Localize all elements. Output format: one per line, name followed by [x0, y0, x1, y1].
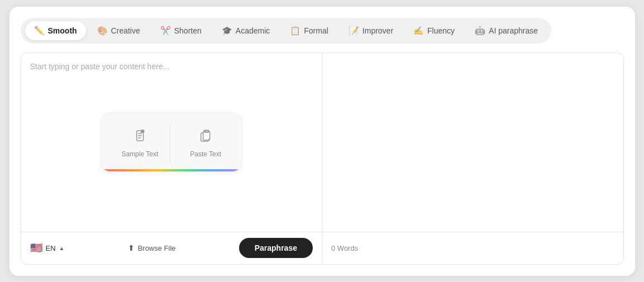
improver-icon: 📝	[349, 26, 359, 36]
tab-academic[interactable]: 🎓 Academic	[213, 21, 279, 40]
tab-improver-label: Improver	[362, 26, 393, 35]
tab-smooth-label: Smooth	[48, 26, 77, 35]
chevron-up-icon: ▲	[59, 245, 65, 251]
browse-file-button[interactable]: ⬆ Browse File	[128, 243, 176, 252]
language-label: EN	[46, 244, 56, 252]
paste-text-button[interactable]: Paste Text	[179, 125, 228, 162]
language-selector[interactable]: 🇺🇸 EN ▲	[30, 242, 65, 254]
formal-icon: 📋	[290, 26, 300, 36]
sample-text-icon: +	[133, 129, 146, 146]
tab-shorten-label: Shorten	[174, 26, 202, 35]
academic-icon: 🎓	[222, 26, 232, 36]
bottom-bar-left: 🇺🇸 EN ▲ ⬆ Browse File Paraphrase	[21, 232, 322, 264]
paste-text-label: Paste Text	[190, 150, 221, 158]
sample-text-button[interactable]: + Sample Text	[115, 125, 170, 162]
fluency-icon: ✍️	[413, 26, 424, 36]
paraphrase-button[interactable]: Paraphrase	[239, 238, 313, 258]
tab-formal[interactable]: 📋 Formal	[281, 21, 337, 40]
tab-ai-paraphrase-label: AI paraphrase	[489, 26, 538, 35]
tab-fluency[interactable]: ✍️ Fluency	[404, 21, 464, 40]
right-panel: 0 Words	[322, 53, 623, 264]
paste-text-icon	[199, 129, 212, 146]
tab-ai-paraphrase[interactable]: 🤖 AI paraphrase	[466, 21, 547, 40]
action-card: + Sample Text Paste	[101, 113, 242, 172]
tab-fluency-label: Fluency	[427, 26, 455, 35]
tab-creative-label: Creative	[111, 26, 140, 35]
tab-smooth[interactable]: ✏️ Smooth	[25, 21, 86, 40]
tab-improver[interactable]: 📝 Improver	[340, 21, 402, 40]
main-area: Start typing or paste your content here.…	[21, 52, 624, 265]
smooth-icon: ✏️	[34, 26, 45, 36]
word-count: 0 Words	[331, 244, 358, 252]
upload-icon: ⬆	[128, 243, 135, 252]
bottom-bar-right: 0 Words	[322, 232, 623, 264]
tab-shorten[interactable]: ✂️ Shorten	[151, 21, 211, 40]
tab-formal-label: Formal	[304, 26, 328, 35]
tab-bar: ✏️ Smooth 🎨 Creative ✂️ Shorten 🎓 Academ…	[21, 18, 552, 44]
ai-paraphrase-icon: 🤖	[475, 26, 485, 36]
text-input-area[interactable]: Start typing or paste your content here.…	[21, 53, 322, 232]
left-panel: Start typing or paste your content here.…	[21, 53, 323, 264]
tab-academic-label: Academic	[236, 26, 270, 35]
tab-creative[interactable]: 🎨 Creative	[88, 21, 149, 40]
sample-text-label: Sample Text	[121, 150, 158, 158]
creative-icon: 🎨	[97, 26, 108, 36]
shorten-icon: ✂️	[160, 26, 171, 36]
app-container: ✏️ Smooth 🎨 Creative ✂️ Shorten 🎓 Academ…	[9, 7, 635, 276]
flag-icon: 🇺🇸	[30, 242, 42, 254]
output-area	[322, 53, 623, 232]
browse-file-label: Browse File	[138, 244, 176, 252]
